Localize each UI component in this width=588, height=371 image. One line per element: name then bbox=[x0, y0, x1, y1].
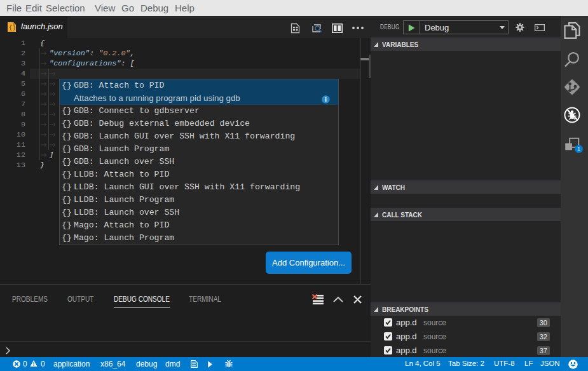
svg-text:{}: {} bbox=[9, 25, 16, 31]
